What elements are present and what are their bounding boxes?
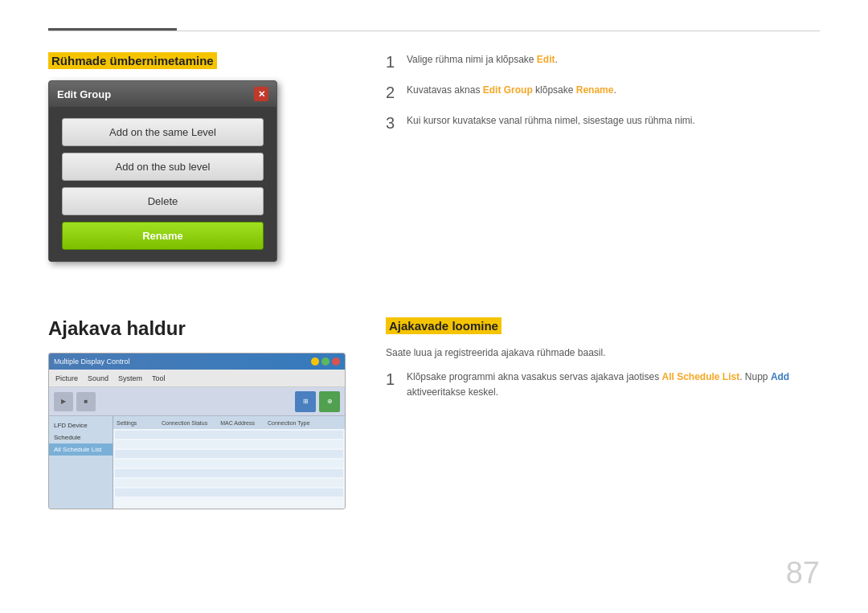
top-rule	[48, 31, 820, 31]
section3-link2[interactable]: Add	[771, 371, 789, 382]
dialog-body: Add on the same Level Add on the sub lev…	[49, 107, 276, 261]
step-2-link1[interactable]: Edit Group	[483, 84, 533, 96]
dialog-title: Edit Group	[57, 88, 111, 100]
edit-group-dialog: Edit Group ✕ Add on the same Level Add o…	[48, 80, 277, 262]
mockup-col-settings: Settings	[117, 420, 149, 426]
mockup-toolbar: ▶ ■ ⊞ ⊕	[49, 387, 345, 416]
mockup-menubar: Picture Sound System Tool	[49, 370, 345, 387]
table-row	[115, 440, 343, 448]
mockup-sidebar-allschedule[interactable]: All Schedule List	[49, 443, 113, 456]
step-1: 1 Valige rühma nimi ja klõpsake Edit.	[386, 52, 820, 72]
steps-list: 1 Valige rühma nimi ja klõpsake Edit. 2 …	[386, 52, 820, 133]
mockup-close-btn[interactable]	[332, 358, 340, 366]
table-row	[115, 479, 343, 487]
mockup-icon-green: ⊕	[319, 391, 340, 412]
mockup-title-text: Multiple Display Control	[54, 358, 130, 366]
table-row	[115, 460, 343, 468]
mockup-menu-sound: Sound	[88, 374, 108, 382]
rename-button[interactable]: Rename	[62, 222, 264, 250]
mockup-icon-blue: ⊞	[295, 391, 316, 412]
step-2-text: Kuvatavas aknas Edit Group klõpsake Rena…	[407, 83, 616, 98]
page-container: Rühmade ümbernimetamine Edit Group ✕ Add…	[0, 0, 868, 613]
section3-step-1-text: Klõpsake programmi akna vasakus servas a…	[407, 370, 820, 400]
table-row	[115, 488, 343, 497]
step-1-number: 1	[386, 52, 400, 72]
section-ajakava-haldur: Ajakava haldur Multiple Display Control …	[48, 317, 362, 509]
section3-step-1-number: 1	[386, 370, 400, 389]
mockup-col-mac: MAC Address	[220, 420, 255, 426]
table-row	[115, 431, 343, 439]
mockup-sidebar: LFD Device Schedule All Schedule List	[49, 416, 113, 509]
step-3-text: Kui kursor kuvatakse vanal rühma nimel, …	[407, 113, 695, 129]
mockup-titlebar: Multiple Display Control	[49, 353, 345, 370]
table-row	[115, 469, 343, 477]
section3-intro: Saate luua ja registreerida ajakava rühm…	[386, 345, 820, 360]
mockup-window-controls	[311, 358, 340, 366]
step-3-number: 3	[386, 113, 400, 133]
mockup-sidebar-lfd: LFD Device	[49, 419, 113, 431]
section3-steps: 1 Klõpsake programmi akna vasakus servas…	[386, 370, 820, 400]
section1-title: Rühmade ümbernimetamine	[48, 52, 217, 69]
section-rename-steps: 1 Valige rühma nimi ja klõpsake Edit. 2 …	[386, 52, 820, 144]
mockup-icon-2: ■	[76, 392, 96, 411]
mockup-menu-system: System	[118, 374, 142, 382]
mockup-minimize-btn[interactable]	[311, 358, 319, 366]
section-rename-group: Rühmade ümbernimetamine Edit Group ✕ Add…	[48, 52, 362, 262]
add-same-level-button[interactable]: Add on the same Level	[62, 118, 264, 146]
add-sub-level-button[interactable]: Add on the sub level	[62, 153, 264, 181]
mockup-table-rows	[113, 429, 345, 500]
page-number: 87	[786, 556, 820, 591]
mockup-sidebar-schedule: Schedule	[49, 431, 113, 443]
section2-heading: Ajakava haldur	[48, 317, 362, 340]
mockup-main-area: Settings Connection Status MAC Address C…	[113, 416, 345, 509]
mockup-menu-picture: Picture	[55, 374, 78, 382]
table-row	[115, 450, 343, 458]
section-ajakavade-loomine: Ajakavade loomine Saate luua ja registre…	[386, 317, 820, 411]
section3-link1[interactable]: All Schedule List	[661, 371, 739, 382]
screenshot-mockup: Multiple Display Control Picture Sound S…	[48, 353, 346, 509]
section3-title: Ajakavade loomine	[386, 317, 502, 334]
dialog-close-button[interactable]: ✕	[254, 87, 268, 101]
dialog-titlebar: Edit Group ✕	[49, 81, 276, 107]
step-3: 3 Kui kursor kuvatakse vanal rühma nimel…	[386, 113, 820, 133]
mockup-content-area: LFD Device Schedule All Schedule List Se…	[49, 416, 345, 509]
step-2: 2 Kuvatavas aknas Edit Group klõpsake Re…	[386, 83, 820, 102]
mockup-table-header: Settings Connection Status MAC Address C…	[113, 416, 345, 429]
mockup-icon-1: ▶	[54, 392, 73, 411]
mockup-col-connection: Connection Status	[162, 420, 207, 426]
section3-step-1: 1 Klõpsake programmi akna vasakus servas…	[386, 370, 820, 400]
delete-button[interactable]: Delete	[62, 187, 264, 215]
step-1-link[interactable]: Edit	[537, 54, 555, 65]
mockup-col-type: Connection Type	[268, 420, 309, 426]
mockup-maximize-btn[interactable]	[321, 358, 330, 366]
mockup-menu-tool: Tool	[152, 374, 166, 382]
step-2-link2[interactable]: Rename	[576, 84, 614, 96]
step-2-number: 2	[386, 83, 400, 102]
step-1-text: Valige rühma nimi ja klõpsake Edit.	[407, 52, 558, 67]
